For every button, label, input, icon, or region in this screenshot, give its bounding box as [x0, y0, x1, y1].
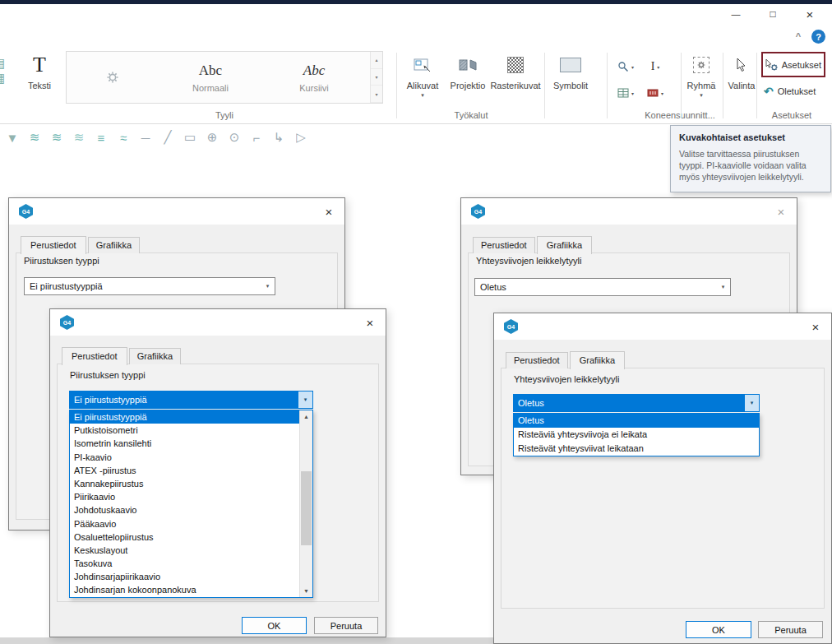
teksti-button[interactable]: T Teksti: [20, 49, 59, 105]
dialog-titlebar[interactable]: G4 ×: [50, 309, 386, 336]
help-button[interactable]: ?: [811, 30, 825, 44]
maximize-button[interactable]: □: [759, 5, 787, 23]
dialog-titlebar[interactable]: G4 ×: [461, 198, 797, 225]
tab-grafiikka[interactable]: Grafiikka: [570, 351, 625, 369]
scroll-up-icon[interactable]: ▲: [300, 410, 312, 423]
slant-line-icon[interactable]: ╱: [160, 130, 175, 145]
tab-grafiikka[interactable]: Grafiikka: [88, 237, 140, 253]
line-icon[interactable]: ─: [138, 131, 153, 145]
dropdown-option[interactable]: Kannakepiirustus: [70, 477, 300, 490]
close-icon[interactable]: ×: [317, 205, 341, 219]
cancel-button[interactable]: Peruuta: [314, 617, 378, 634]
asetukset-button[interactable]: Asetukset: [761, 52, 825, 77]
g4-logo-icon: G4: [60, 315, 74, 330]
dropdown-option[interactable]: Tasokuva: [70, 557, 300, 570]
dialog-titlebar[interactable]: G4 ×: [9, 198, 344, 225]
cancel-button[interactable]: Peruuta: [758, 621, 823, 638]
chevron-down-icon[interactable]: ▾: [745, 395, 759, 411]
scroll-thumb[interactable]: [301, 471, 312, 545]
close-icon[interactable]: ×: [358, 316, 382, 330]
tab-perustiedot[interactable]: Perustiedot: [473, 237, 535, 253]
dropdown-option[interactable]: PI-kaavio: [70, 451, 300, 464]
connection-style-combobox[interactable]: Oletus ▾: [513, 394, 760, 412]
dropdown-option[interactable]: Isometrin kansilehti: [70, 437, 300, 450]
alikuvat-button[interactable]: Alikuvat ▾: [401, 49, 444, 105]
hatch-wave-icon-1[interactable]: ≋: [27, 130, 42, 145]
group-label-tyokalut: Työkalut: [400, 110, 543, 120]
zoom-in-icon[interactable]: ⊕: [205, 130, 220, 145]
close-icon[interactable]: ×: [803, 320, 828, 334]
ryhma-button[interactable]: Ryhmä ▾: [684, 49, 719, 105]
tab-grafiikka[interactable]: Grafiikka: [537, 236, 592, 254]
valinta-button[interactable]: Valinta: [727, 49, 756, 105]
dropdown-option[interactable]: Pääkaavio: [70, 517, 300, 530]
clipped-toolbar-icon: ▤▦: [0, 56, 8, 102]
dropdown-option[interactable]: Risteäviä yhteysviivoja ei leikata: [514, 428, 759, 442]
drawing-type-combobox[interactable]: Ei piirustustyyppiä ▾: [24, 277, 275, 295]
style-none-item[interactable]: [67, 52, 159, 103]
find-edit-button[interactable]: ▾: [612, 56, 640, 77]
leader-arrow-icon[interactable]: ↳: [271, 130, 286, 145]
dropdown-option[interactable]: Piirikaavio: [70, 490, 300, 503]
gallery-scroll-up-icon[interactable]: ▴: [371, 52, 382, 69]
hatch-lines-icon[interactable]: ≡: [94, 131, 109, 145]
chevron-down-icon[interactable]: ▾: [261, 278, 275, 294]
scroll-down-icon[interactable]: ▼: [300, 585, 312, 597]
style-normaali-item[interactable]: Abc Normaali: [159, 52, 262, 103]
angle-icon[interactable]: ⌐: [249, 131, 264, 145]
style-kursiivi-item[interactable]: Abc Kursiivi: [262, 52, 366, 103]
dropdown-option[interactable]: Johdotuskaavio: [70, 503, 300, 517]
connector-tool-button[interactable]: ▾: [641, 82, 669, 104]
dropdown-option[interactable]: Risteävät yhteysviivat leikataan: [514, 442, 759, 456]
dropdown-option[interactable]: Johdinsarjapiirikaavio: [70, 570, 300, 583]
dropdown-option[interactable]: Oletus: [514, 414, 759, 428]
oletukset-label: Oletukset: [778, 86, 816, 96]
alikuvat-label: Alikuvat: [407, 81, 439, 90]
gallery-scroll-down-icon[interactable]: ▾: [371, 69, 382, 86]
wave-icon[interactable]: ≈: [116, 131, 131, 145]
minimize-button[interactable]: —: [722, 5, 750, 23]
oletukset-button[interactable]: ↶ Oletukset: [761, 82, 825, 100]
zoom-region-icon[interactable]: ▭: [183, 130, 197, 145]
filter-icon[interactable]: ▼: [5, 131, 20, 145]
symbolit-button[interactable]: Symbolit: [548, 49, 594, 105]
drawing-type-combobox[interactable]: Ei piirustustyyppiä ▾: [69, 391, 313, 409]
chevron-down-icon[interactable]: ▾: [716, 279, 730, 295]
grid-icon: [617, 88, 629, 98]
dropdown-option[interactable]: Johdinsarjan kokoonpanokuva: [70, 583, 300, 596]
chevron-down-icon[interactable]: ▾: [298, 391, 312, 408]
window-close-button[interactable]: ×: [796, 5, 824, 23]
gallery-more-icon[interactable]: ▾: [371, 86, 382, 103]
grid-tool-button[interactable]: ▾: [612, 82, 640, 104]
projektio-button[interactable]: Projektio: [446, 49, 490, 105]
dialog-titlebar[interactable]: G4 ×: [494, 313, 831, 340]
ok-button[interactable]: OK: [242, 617, 307, 634]
g4-logo-icon: G4: [19, 204, 33, 219]
tab-grafiikka[interactable]: Grafiikka: [129, 348, 181, 364]
maximize-icon: □: [770, 8, 775, 20]
ribbon: ▤▦ T Teksti Abc Normaali Abc Kursiivi ▴ …: [0, 48, 832, 124]
chevron-down-icon: ▾: [700, 92, 703, 98]
hatch-wave-icon-2[interactable]: ≋: [49, 130, 64, 145]
combobox-value: Ei piirustustyyppiä: [70, 391, 298, 408]
center-point-icon[interactable]: ⊙: [227, 130, 242, 145]
close-icon[interactable]: ×: [769, 205, 793, 219]
tab-perustiedot[interactable]: Perustiedot: [506, 352, 568, 368]
dropdown-option[interactable]: Ei piirustustyyppiä: [70, 410, 300, 424]
collapse-ribbon-button[interactable]: ^: [791, 30, 806, 43]
connection-style-combobox[interactable]: Oletus ▾: [474, 278, 731, 296]
projektio-label: Projektio: [451, 81, 486, 90]
insert-text-button[interactable]: I ▾: [641, 56, 669, 77]
tab-perustiedot[interactable]: Perustiedot: [21, 236, 86, 254]
dropdown-option[interactable]: Osaluettelopiirustus: [70, 530, 300, 544]
ok-button[interactable]: OK: [686, 621, 751, 638]
dropdown-option[interactable]: Putkistoisometri: [70, 424, 300, 437]
rasterikuvat-button[interactable]: Rasterikuvat: [490, 49, 541, 105]
dropdown-option[interactable]: Keskuslayout: [70, 544, 300, 557]
flag-icon[interactable]: ▷: [294, 130, 308, 145]
tab-perustiedot[interactable]: Perustiedot: [62, 347, 127, 365]
dropdown-scrollbar[interactable]: ▲ ▼: [299, 410, 312, 597]
close-icon: ×: [807, 7, 814, 21]
dropdown-option[interactable]: ATEX -piirustus: [70, 464, 300, 477]
hatch-wave-icon-3[interactable]: ≋: [72, 130, 86, 145]
